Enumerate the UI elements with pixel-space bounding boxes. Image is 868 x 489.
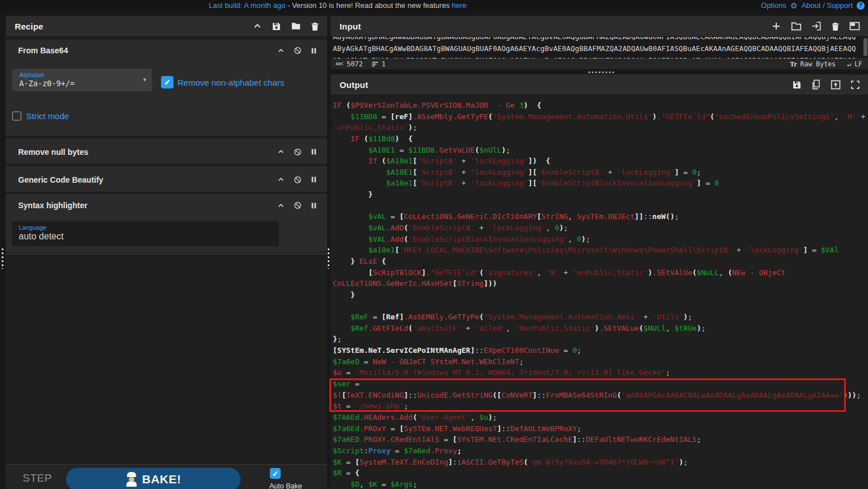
banner-text: - Version 10 is here! Read about the new… [285, 1, 451, 10]
input-title: Input [340, 22, 361, 31]
bake-button[interactable]: BAKE! [66, 467, 241, 489]
disable-op-icon[interactable] [294, 201, 302, 209]
char-count-icon: ABC [336, 62, 344, 66]
input-encoding-selector[interactable]: Raw Bytes [801, 60, 836, 68]
maximize-output-icon[interactable] [850, 80, 860, 90]
input-type-icon: Tr [790, 60, 797, 69]
input-line: AByAGkATgBHACgAWwBDAG8ATgBWAGUAUgBUAF0AO… [333, 43, 856, 54]
code-line: $D, $K = $Args; [333, 479, 868, 489]
code-line: $vAL = [CoLLectiONS.GeNEriC.DIcTiOnARY[S… [333, 211, 868, 222]
recipe-list: From Base64 Alphabet A-Za-z0-9+/= ▾ ✓ Re… [6, 37, 327, 464]
top-banner: Last build: A month ago - Version 10 is … [0, 0, 868, 11]
code-line: [SYStEm.NeT.ServICePoINtMAnAgER]::EXpeCT… [333, 345, 868, 356]
code-line [333, 200, 868, 212]
code-line: If ($A18e1['ScriptB' + 'lockLogging']) { [333, 155, 868, 167]
replace-input-with-output-icon[interactable] [831, 80, 841, 90]
collapse-recipe-icon[interactable] [253, 22, 262, 31]
recipe-header: Recipe [6, 16, 327, 37]
code-line: 'onPublic,Static'); [333, 122, 868, 133]
alphabet-label: Alphabet [19, 71, 152, 78]
add-input-plus-icon[interactable] [771, 21, 781, 31]
input-textarea[interactable]: AByAGkATgBHACgAWwBDAG8ATgBWAGUAUgBUAF0AO… [331, 37, 868, 58]
code-line: $ReF = [Ref].AsSEMBly.GeTTyPe('System.Ma… [333, 311, 868, 323]
operation-generic-code-beautify[interactable]: Generic Code Beautify [6, 166, 327, 193]
last-build-link[interactable]: Last build: A month ago [209, 1, 285, 10]
code-line: $Ref.GEtFIeLd('amsiInitF' + 'ailed', 'No… [333, 323, 868, 334]
gear-icon[interactable]: ⚙ [790, 2, 798, 10]
line-count-icon [372, 61, 379, 67]
about-support-link[interactable]: About / Support [802, 0, 853, 11]
disable-op-icon[interactable] [294, 148, 302, 156]
code-line: $ser = [333, 378, 868, 390]
collapse-op-icon[interactable] [277, 202, 285, 209]
collapse-op-icon[interactable] [277, 47, 285, 54]
breakpoint-pause-icon[interactable] [311, 176, 317, 183]
op-title: Syntax highlighter [18, 201, 87, 210]
char-count: 5072 [346, 60, 363, 68]
load-recipe-folder-icon[interactable] [291, 22, 301, 31]
op-title: Remove null bytes [18, 147, 88, 157]
eol-selector[interactable]: LF [854, 60, 862, 68]
input-scrollbar-thumb[interactable] [863, 38, 867, 56]
operation-syntax-highlighter[interactable]: Syntax highlighter Language auto detect [6, 194, 327, 254]
code-line: $([TeXT.ENCodiNG]::UnicodE.GetStriNG([Co… [333, 390, 868, 401]
open-file-as-input-icon[interactable] [811, 21, 822, 31]
clear-recipe-trash-icon[interactable] [311, 22, 319, 31]
auto-bake-checkbox[interactable]: ✓ [270, 468, 281, 479]
strict-mode-checkbox[interactable] [12, 111, 22, 121]
code-line: $u = 'Mozilla/5.0 (Windows NT 6.1; WOW64… [333, 367, 868, 378]
input-tabs-layout-icon[interactable] [849, 22, 860, 31]
recipe-title: Recipe [15, 22, 43, 31]
operation-from-base64[interactable]: From Base64 Alphabet A-Za-z0-9+/= ▾ ✓ Re… [6, 40, 327, 137]
options-link[interactable]: Options [761, 0, 786, 11]
output-title: Output [340, 80, 368, 90]
code-line: } [333, 289, 868, 301]
code-line: IF ($11Bd8) { [333, 133, 868, 145]
breakpoint-pause-icon[interactable] [311, 148, 317, 155]
auto-bake-label: Auto Bake [269, 482, 309, 489]
code-line: IF ($PSVerSIonTabLe.PSVErSION.MaJOR - Ge… [333, 100, 868, 111]
step-button[interactable]: STEP [23, 472, 52, 484]
alphabet-value: A-Za-z0-9+/= [19, 79, 152, 88]
output-header: Output [331, 74, 868, 95]
breakpoint-pause-icon[interactable] [311, 47, 317, 54]
code-line: [ScRipTBlOCK]."GeTFIE`Ld"('signatures', … [333, 267, 868, 279]
open-folder-icon[interactable] [791, 22, 802, 31]
clear-input-trash-icon[interactable] [831, 22, 840, 31]
save-recipe-icon[interactable] [272, 22, 281, 31]
help-icon[interactable]: ? [857, 2, 865, 10]
copy-output-icon[interactable] [811, 79, 821, 90]
left-splitter-handle[interactable] [2, 248, 3, 269]
collapse-op-icon[interactable] [277, 176, 285, 183]
eol-return-icon: ↵ [847, 60, 851, 68]
features-here-link[interactable]: here [452, 1, 467, 10]
disable-op-icon[interactable] [294, 47, 302, 54]
strict-mode-label: Strict mode [26, 111, 69, 121]
language-label: Language [19, 224, 279, 231]
code-line: } ELsE { [333, 256, 868, 267]
collapse-op-icon[interactable] [277, 148, 285, 155]
disable-op-icon[interactable] [294, 176, 302, 184]
breakpoint-pause-icon[interactable] [311, 202, 317, 209]
alphabet-dropdown[interactable]: Alphabet A-Za-z0-9+/= ▾ [12, 69, 152, 91]
code-line: $11BD8 = [reF].ASseMbly.GetTyPE('System.… [333, 111, 868, 123]
chevron-down-icon: ▾ [143, 76, 146, 83]
input-output-splitter[interactable] [331, 69, 868, 74]
code-line: $VAL.Add('EnableScriptBlockInvocationLog… [333, 234, 868, 245]
input-header: Input [331, 16, 868, 37]
bake-label: BAKE! [142, 473, 181, 486]
code-line: $Script:Proxy = $7a6ed.Proxy; [333, 445, 868, 457]
code-line: $7a6Ed.PROxY = [SySTEm.NET.WebREQUesT]::… [333, 423, 868, 435]
recipe-io-splitter-handle[interactable] [328, 248, 329, 269]
splitter-dots [588, 71, 615, 73]
code-line: $R = { [333, 467, 868, 479]
language-select[interactable]: Language auto detect [12, 221, 279, 246]
code-line: CoLLEcTiONS.GeNerIc.HAsHSet[STring])) [333, 278, 868, 289]
output-area[interactable]: IF ($PSVerSIonTabLe.PSVErSION.MaJOR - Ge… [331, 95, 868, 489]
remove-non-alphabet-checkbox[interactable]: ✓ [161, 76, 173, 88]
operation-remove-null-bytes[interactable]: Remove null bytes [6, 138, 327, 165]
remove-non-alphabet-label: Remove non-alphabet chars [177, 78, 284, 87]
code-line: $a18e1['ScriptB' + 'lockLogging']['Enabl… [333, 178, 868, 189]
save-output-icon[interactable] [792, 80, 802, 90]
code-line [333, 301, 868, 312]
